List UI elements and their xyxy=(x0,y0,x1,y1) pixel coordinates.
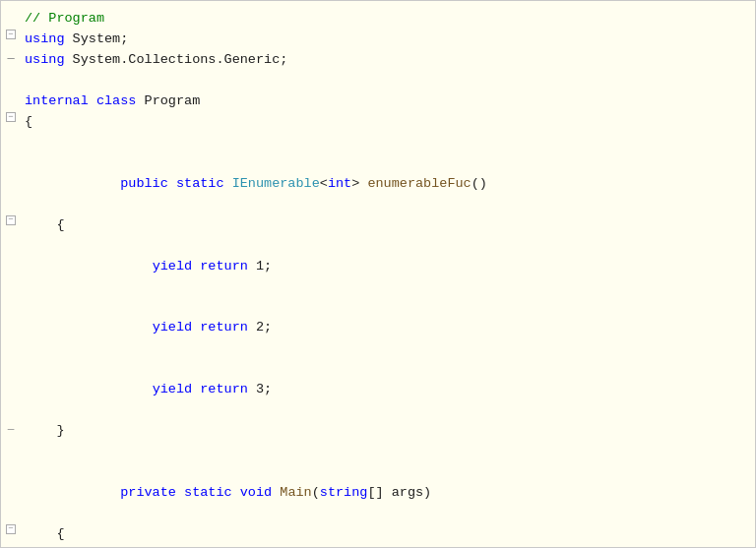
code-line: private static void Main(string[] args) xyxy=(1,462,755,524)
keyword: return xyxy=(200,259,248,274)
keyword: static xyxy=(184,485,232,500)
code-line: yield return 3; xyxy=(1,359,755,421)
type-name: IEnumerable xyxy=(232,176,320,191)
gutter-collapse[interactable]: − xyxy=(1,30,21,39)
line-content xyxy=(30,71,755,91)
collapse-button[interactable]: − xyxy=(6,215,16,225)
line-content: yield return 3; xyxy=(21,359,755,421)
method-name: Main xyxy=(280,485,311,500)
code-text: 2; xyxy=(248,320,272,335)
keyword: return xyxy=(200,320,248,335)
gutter-collapse[interactable]: − xyxy=(1,215,21,225)
indent xyxy=(25,217,56,232)
keyword: string xyxy=(320,485,368,500)
indent xyxy=(25,526,56,541)
keyword: static xyxy=(176,176,224,191)
code-text: Program xyxy=(136,93,200,108)
keyword: return xyxy=(200,382,248,396)
line-content xyxy=(21,133,755,153)
code-text: 3; xyxy=(248,382,272,396)
code-line xyxy=(1,71,755,91)
gutter-collapse[interactable]: − xyxy=(1,112,21,122)
code-area: // Program − using System; — using Syste… xyxy=(1,1,755,548)
indent xyxy=(89,176,120,191)
code-text xyxy=(232,485,240,500)
keyword: void xyxy=(240,485,272,500)
keyword-internal: internal xyxy=(25,93,89,108)
code-line: — } xyxy=(1,421,755,442)
code-text: { xyxy=(56,526,64,541)
code-editor: // Program − using System; — using Syste… xyxy=(0,0,756,548)
code-line: public static IEnumerable<int> enumerabl… xyxy=(1,153,755,215)
code-line: − using System; xyxy=(1,30,755,50)
keyword: using xyxy=(25,52,65,67)
code-text xyxy=(224,176,232,191)
line-content: using System; xyxy=(21,30,755,50)
keyword: yield xyxy=(153,382,193,396)
line-content: // Program xyxy=(21,9,755,30)
code-text: System.Collections.Generic; xyxy=(65,52,288,67)
code-text: [] args) xyxy=(367,485,431,500)
line-content: { xyxy=(21,112,755,133)
collapse-button[interactable]: − xyxy=(6,524,16,534)
indent xyxy=(89,382,153,396)
keyword: yield xyxy=(153,259,193,274)
code-line xyxy=(1,133,755,153)
code-text xyxy=(168,176,176,191)
line-content: using System.Collections.Generic; xyxy=(21,50,755,71)
indent xyxy=(89,485,120,500)
line-content: } xyxy=(21,421,755,442)
collapse-button[interactable]: − xyxy=(6,30,16,39)
keyword: int xyxy=(328,176,351,191)
code-text: System; xyxy=(65,31,129,46)
code-text: } xyxy=(56,423,64,438)
gutter-collapse[interactable]: − xyxy=(1,524,21,534)
code-line: // Program xyxy=(1,9,755,30)
indent xyxy=(89,259,153,274)
code-text xyxy=(89,93,96,108)
keyword: private xyxy=(120,485,176,500)
gutter: — xyxy=(1,421,21,438)
line-content: public static IEnumerable<int> enumerabl… xyxy=(21,153,755,215)
keyword: public xyxy=(120,176,168,191)
line-content: yield return 1; xyxy=(21,236,755,298)
comment-text: // Program xyxy=(25,11,104,26)
indent xyxy=(89,320,153,335)
code-text: { xyxy=(25,114,32,129)
code-line xyxy=(1,442,755,462)
code-line: yield return 2; xyxy=(1,298,755,360)
code-line: internal class Program xyxy=(1,91,755,112)
indent xyxy=(25,423,56,438)
code-line: yield return 1; xyxy=(1,236,755,298)
code-text: < xyxy=(320,176,328,191)
keyword: yield xyxy=(153,320,193,335)
collapse-button[interactable]: − xyxy=(6,112,16,122)
code-line: − { xyxy=(1,215,755,236)
line-content xyxy=(21,442,755,462)
code-text: 1; xyxy=(248,259,272,274)
code-line: — using System.Collections.Generic; xyxy=(1,50,755,71)
code-line: − { xyxy=(1,112,755,133)
code-text: > xyxy=(351,176,367,191)
keyword-class: class xyxy=(96,93,137,108)
method-name: enumerableFuc xyxy=(367,176,471,191)
line-content: private static void Main(string[] args) xyxy=(21,462,755,524)
code-text xyxy=(176,485,184,500)
code-text: () xyxy=(472,176,487,191)
keyword: using xyxy=(25,31,65,46)
code-text: { xyxy=(56,217,64,232)
code-text: ( xyxy=(312,485,320,500)
line-content: { xyxy=(21,524,755,545)
line-content: yield return 2; xyxy=(21,298,755,360)
line-content: { xyxy=(21,215,755,236)
code-line: − { xyxy=(1,524,755,545)
gutter: — xyxy=(1,50,21,69)
line-content: internal class Program xyxy=(21,91,755,112)
